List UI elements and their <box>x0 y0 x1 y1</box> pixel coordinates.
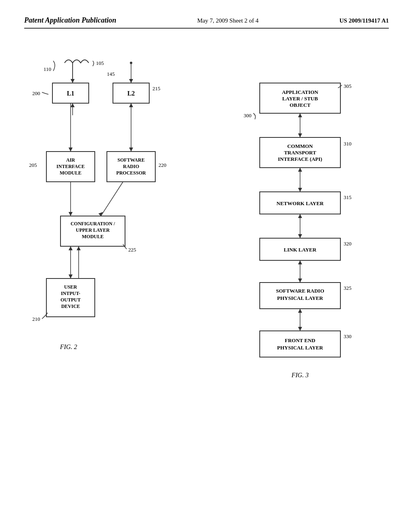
svg-marker-21 <box>129 103 133 107</box>
fig3-area: 300 APPLICATION LAYER / STUB OBJECT 305 … <box>236 53 389 416</box>
page: Patent Application Publication May 7, 20… <box>0 0 413 532</box>
svg-text:PHYSICAL LAYER: PHYSICAL LAYER <box>277 295 323 301</box>
svg-text:OUTPUT: OUTPUT <box>60 297 81 303</box>
header-patent-num: US 2009/119417 A1 <box>339 17 389 24</box>
svg-marker-69 <box>298 168 302 172</box>
svg-text:210: 210 <box>32 316 40 322</box>
svg-point-18 <box>130 62 132 64</box>
svg-text:330: 330 <box>344 333 352 339</box>
svg-text:USER: USER <box>64 284 77 290</box>
svg-text:APPLICATION: APPLICATION <box>282 89 319 95</box>
header-date-sheet: May 7, 2009 Sheet 2 of 4 <box>197 17 259 24</box>
svg-text:RADIO: RADIO <box>123 164 139 169</box>
svg-text:200: 200 <box>32 90 40 96</box>
svg-rect-89 <box>260 331 340 357</box>
svg-text:315: 315 <box>344 194 352 200</box>
svg-marker-45 <box>77 246 81 250</box>
svg-text:DEVICE: DEVICE <box>61 303 80 309</box>
svg-text:INTPUT-: INTPUT- <box>61 291 80 296</box>
svg-text:TRANSPORT: TRANSPORT <box>284 150 316 156</box>
svg-text:LAYER / STUB: LAYER / STUB <box>282 96 318 102</box>
svg-marker-81 <box>298 260 302 264</box>
svg-text:300: 300 <box>244 112 252 118</box>
svg-line-34 <box>101 182 123 216</box>
svg-text:FIG. 3: FIG. 3 <box>291 372 309 378</box>
svg-text:FIG. 2: FIG. 2 <box>60 343 77 350</box>
svg-text:PROCESSOR: PROCESSOR <box>116 170 146 176</box>
svg-text:L1: L1 <box>67 90 75 97</box>
svg-marker-20 <box>129 148 133 152</box>
svg-text:NETWORK LAYER: NETWORK LAYER <box>277 200 324 206</box>
header-publication: Patent Application Publication <box>24 16 116 25</box>
svg-marker-60 <box>298 133 302 137</box>
svg-text:320: 320 <box>344 241 352 247</box>
svg-text:310: 310 <box>344 141 352 147</box>
svg-text:205: 205 <box>29 162 37 168</box>
svg-marker-42 <box>69 274 73 278</box>
svg-text:110: 110 <box>44 66 51 72</box>
svg-marker-75 <box>298 214 302 218</box>
svg-text:SOFTWARE RADIO: SOFTWARE RADIO <box>276 288 324 294</box>
svg-text:AIR: AIR <box>66 157 75 163</box>
svg-marker-11 <box>71 103 75 107</box>
svg-text:225: 225 <box>128 247 136 253</box>
svg-text:220: 220 <box>159 162 167 168</box>
svg-text:COMMON: COMMON <box>287 143 313 149</box>
svg-marker-87 <box>298 327 302 331</box>
svg-text:215: 215 <box>152 85 161 91</box>
svg-marker-9 <box>69 148 73 152</box>
svg-text:INTERFACE: INTERFACE <box>56 164 85 169</box>
svg-text:305: 305 <box>344 83 352 89</box>
svg-marker-43 <box>69 246 73 250</box>
svg-text:LINK LAYER: LINK LAYER <box>284 247 317 253</box>
svg-text:FRONT END: FRONT END <box>285 337 315 343</box>
svg-marker-2 <box>71 79 75 83</box>
svg-text:145: 145 <box>107 71 115 77</box>
svg-marker-68 <box>298 188 302 192</box>
diagrams-area: 105 110 L1 200 L2 <box>24 53 389 416</box>
svg-text:MODULE: MODULE <box>60 170 81 176</box>
svg-text:UPPER LAYER: UPPER LAYER <box>76 227 110 233</box>
svg-text:L2: L2 <box>127 90 135 97</box>
svg-marker-17 <box>129 79 133 83</box>
svg-text:MODULE: MODULE <box>82 234 104 239</box>
header: Patent Application Publication May 7, 20… <box>24 16 389 29</box>
svg-marker-88 <box>298 309 302 313</box>
svg-text:SOFTWARE: SOFTWARE <box>117 157 144 163</box>
svg-marker-80 <box>298 278 302 283</box>
svg-text:105: 105 <box>96 60 104 66</box>
svg-text:PHYSICAL LAYER: PHYSICAL LAYER <box>277 345 323 351</box>
fig2-area: 105 110 L1 200 L2 <box>24 53 194 416</box>
svg-marker-61 <box>298 113 302 117</box>
svg-text:CONFIGURATION /: CONFIGURATION / <box>71 221 115 227</box>
svg-text:325: 325 <box>344 285 352 291</box>
svg-text:INTERFACE (API): INTERFACE (API) <box>278 156 322 162</box>
svg-marker-74 <box>298 234 302 238</box>
svg-marker-33 <box>69 212 73 216</box>
svg-text:OBJECT: OBJECT <box>290 102 311 108</box>
